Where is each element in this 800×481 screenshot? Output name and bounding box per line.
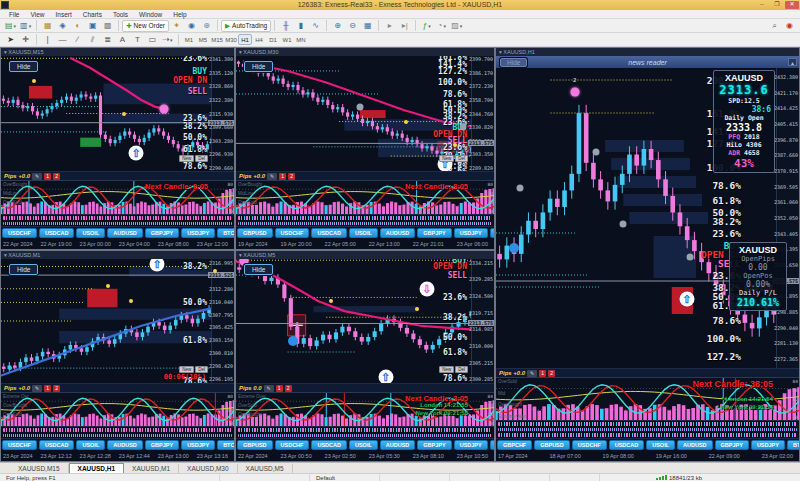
data-window-icon[interactable]: ◈ xyxy=(56,20,69,32)
pencil-icon[interactable]: ✎ xyxy=(267,173,277,180)
chart-window-m15[interactable]: ▾ XAUUSD,M15 Hide 2341.3802335.1202328.8… xyxy=(0,47,235,250)
fibonacci-tool[interactable]: ≣ xyxy=(101,34,114,46)
collapse-icon[interactable]: ▲ xyxy=(788,58,797,66)
menu-item-help[interactable]: Help xyxy=(168,10,191,19)
doctab-xauusd-m1[interactable]: XAUUSD,M1 xyxy=(124,464,179,473)
symbol-tab-gbpusd[interactable]: GBPUSD xyxy=(534,440,570,450)
symbol-tab-audusd[interactable]: AUDUSD xyxy=(380,228,416,238)
chart-plot-area[interactable]: ✛ Hide 2334.2152329.2852324.5002319.7152… xyxy=(236,259,494,383)
symbol-tab-audusd[interactable]: AUDUSD xyxy=(107,228,143,238)
symbol-tab-usdchf[interactable]: USDCHF xyxy=(2,228,37,238)
indicator-list-dropdown[interactable]: ƒ▾ xyxy=(420,20,433,32)
symbol-tab-btcusd[interactable]: BTCUSD xyxy=(490,228,494,238)
symbol-tab-btcusd[interactable]: BTCUSD xyxy=(217,228,234,238)
symbol-tab-usdjpy[interactable]: USDJPY xyxy=(454,228,488,238)
candlestick-icon[interactable]: ▮ xyxy=(294,20,307,32)
del-button[interactable]: Del xyxy=(195,155,208,162)
pips-button-1[interactable]: 1 xyxy=(539,370,546,377)
profiles-dropdown[interactable]: ▥▾ xyxy=(19,20,32,32)
doctab-xauusd-m15[interactable]: XAUUSD,M15 xyxy=(10,464,69,473)
chart-plot-area[interactable]: 2432.3802421.1702414.4252405.4152396.870… xyxy=(496,68,799,368)
doctab-xauusd-m30[interactable]: XAUUSD,M30 xyxy=(179,464,238,473)
timeframe-m5[interactable]: M5 xyxy=(196,34,210,45)
symbol-tab-usdjpy[interactable]: USDJPY xyxy=(181,440,215,450)
hide-button[interactable]: Hide xyxy=(500,58,527,67)
symbol-tab-audusd[interactable]: AUDUSD xyxy=(380,440,416,450)
new-button[interactable]: New xyxy=(439,366,454,373)
timeframe-w1[interactable]: W1 xyxy=(280,34,294,45)
trendline-tool[interactable]: ∕ xyxy=(71,34,84,46)
pips-button-2[interactable]: 2 xyxy=(288,173,295,180)
chart-plot-area[interactable]: Hide 2399.7002386.1702372.2302358.700234… xyxy=(236,56,494,171)
zoom-out-icon[interactable]: ⊖ xyxy=(346,20,359,32)
indicator-panel[interactable]: OverBoughtMidLineOverSold8050300Next Can… xyxy=(236,180,494,214)
line-chart-icon[interactable]: ∿ xyxy=(309,20,322,32)
pips-button-1[interactable]: 1 xyxy=(44,385,51,392)
indicators-icon[interactable]: ✦ xyxy=(170,20,183,32)
symbol-tab-gbpusd[interactable]: GBPUSD xyxy=(237,440,273,450)
price-scale[interactable]: 2399.7002386.1702372.2302358.7002344.760… xyxy=(471,56,494,171)
timeframe-m30[interactable]: M30 xyxy=(224,34,238,45)
navigator-icon[interactable]: ◐ xyxy=(71,20,84,32)
market-watch-icon[interactable]: ▦ xyxy=(41,20,54,32)
pips-button-2[interactable]: 2 xyxy=(53,173,60,180)
chart-plot-area[interactable]: Hide 2341.3802335.1202328.8602322.380231… xyxy=(1,56,234,171)
shapes-tool[interactable]: ▭ xyxy=(146,34,159,46)
chart-plot-area[interactable]: Hide 2316.9952314.7202312.2802310.040230… xyxy=(1,259,234,383)
chart-window-m30[interactable]: ▾ XAUUSD,M30 Hide 2399.7002386.1702372.2… xyxy=(235,47,495,250)
pips-button-1[interactable]: 1 xyxy=(44,173,51,180)
symbol-tab-gbpjpy[interactable]: GBPJPY xyxy=(145,228,179,238)
symbol-tab-usoil[interactable]: USOIL xyxy=(646,440,675,450)
symbol-tab-gbpjpy[interactable]: GBPJPY xyxy=(417,440,451,450)
symbol-tab-usdjpy[interactable]: USDJPY xyxy=(181,228,215,238)
symbol-tab-usoil[interactable]: USOIL xyxy=(349,228,378,238)
symbol-tab-usdjpy[interactable]: USDJPY xyxy=(454,440,488,450)
cursor-tool[interactable]: ➤ xyxy=(4,34,17,46)
template-dropdown[interactable]: ▨▾ xyxy=(450,20,463,32)
pips-button-1[interactable]: 1 xyxy=(276,385,283,392)
price-scale[interactable]: 2432.3802421.1702414.4252405.4152396.870… xyxy=(776,68,799,368)
tile-windows-icon[interactable]: ▦ xyxy=(361,20,374,32)
symbol-tab-usdchf[interactable]: USDCHF xyxy=(2,440,37,450)
new-chart-dropdown[interactable]: ▤▾ xyxy=(4,20,17,32)
pips-button-2[interactable]: 2 xyxy=(548,370,555,377)
symbol-tab-btcusd[interactable]: BTCUSD xyxy=(490,440,494,450)
expert-advisor-icon[interactable]: ◉ xyxy=(185,20,198,32)
symbol-tab-audusd[interactable]: AUDUSD xyxy=(107,440,143,450)
new-button[interactable]: New xyxy=(179,366,194,373)
menu-item-charts[interactable]: Charts xyxy=(78,10,107,19)
symbol-tab-btcusd[interactable]: BTCUSD xyxy=(787,440,799,450)
label-tool[interactable]: T xyxy=(131,34,144,46)
hide-button[interactable]: Hide xyxy=(9,61,38,72)
timeframe-mn[interactable]: MN xyxy=(294,34,308,45)
del-button[interactable]: Del xyxy=(455,366,468,373)
indicator-panel[interactable]: Extreme OscOverBoughtOverSold80500 xyxy=(1,392,234,426)
symbol-tab-usdcad[interactable]: USDCAD xyxy=(311,440,347,450)
symbol-tab-usoil[interactable]: USOIL xyxy=(349,440,378,450)
symbol-tab-gbpjpy[interactable]: GBPJPY xyxy=(145,440,179,450)
timeframe-m1[interactable]: M1 xyxy=(182,34,196,45)
symbol-tab-usoil[interactable]: USOIL xyxy=(76,440,105,450)
pips-button-2[interactable]: 2 xyxy=(53,385,60,392)
bar-chart-icon[interactable]: ╫ xyxy=(279,20,292,32)
strategy-tester-icon[interactable]: ▩ xyxy=(101,20,114,32)
period-dropdown[interactable]: ◔▾ xyxy=(435,20,448,32)
menu-item-tools[interactable]: Tools xyxy=(108,10,133,19)
doctab-xauusd-h1[interactable]: XAUUSD,H1 xyxy=(69,463,125,473)
indicator-panel[interactable]: OverBoughtMidLineOverSold8050300Next Can… xyxy=(1,180,234,214)
search-icon[interactable]: ⌕ xyxy=(768,20,781,32)
pencil-icon[interactable]: ✎ xyxy=(32,385,42,392)
autotrading-button[interactable]: ▶AutoTrading xyxy=(221,20,271,32)
status-profile[interactable]: Default xyxy=(310,474,380,481)
text-tool[interactable]: A xyxy=(116,34,129,46)
price-scale[interactable]: 2316.9952314.7202312.2802310.0402307.795… xyxy=(211,259,234,383)
close-button[interactable]: ✕ xyxy=(785,1,799,9)
menu-item-view[interactable]: View xyxy=(25,10,49,19)
chart-window-m1[interactable]: ▾ XAUUSD,M1 Hide 2316.9952314.7202312.28… xyxy=(0,250,235,462)
symbol-tab-usoil[interactable]: USOIL xyxy=(76,228,105,238)
horizontal-line-tool[interactable]: ― xyxy=(56,34,69,46)
symbol-tab-usdchf[interactable]: USDCHF xyxy=(275,440,310,450)
timeframe-h4[interactable]: H4 xyxy=(252,34,266,45)
metaeditor-icon[interactable]: ⊕ xyxy=(200,20,213,32)
pips-button-2[interactable]: 2 xyxy=(285,385,292,392)
